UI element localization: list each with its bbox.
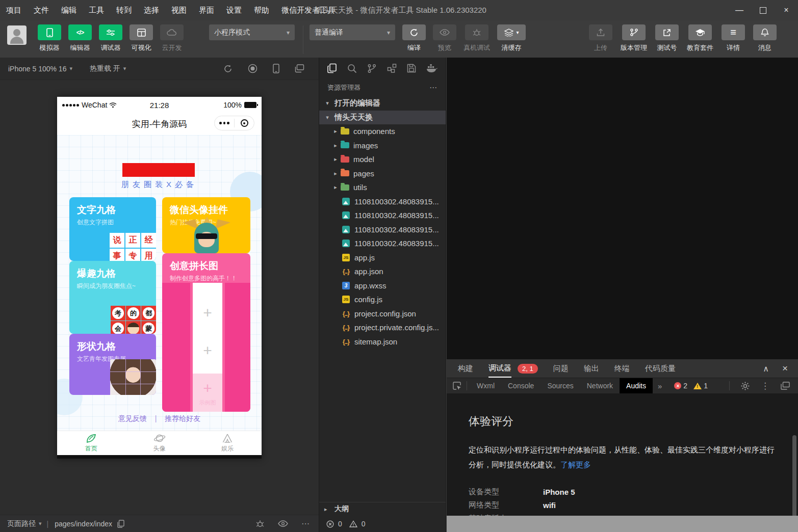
test-account-button[interactable]: 测试号 <box>655 24 679 52</box>
compile-button[interactable]: 编译 <box>402 24 426 52</box>
tree-file-configjs[interactable]: config.js <box>319 292 446 307</box>
tab-avatar[interactable]: 头像 <box>125 431 194 455</box>
feedback-link[interactable]: 意见反馈 <box>118 414 147 422</box>
more-tabs-icon[interactable]: » <box>653 382 667 390</box>
devtools-tab-network[interactable]: Network <box>580 378 620 394</box>
console-counts[interactable]: × 2 1 <box>674 382 712 390</box>
tree-file-appjson[interactable]: app.json <box>319 264 446 279</box>
more-menu-button[interactable] <box>215 116 234 130</box>
tree-folder-components[interactable]: ▸ components <box>319 124 446 139</box>
tab-code-quality[interactable]: 代码质量 <box>645 360 676 377</box>
simulator-toggle[interactable]: 模拟器 <box>38 24 61 52</box>
menu-select[interactable]: 选择 <box>138 0 165 20</box>
tab-output[interactable]: 输出 <box>584 360 599 377</box>
devtools-tab-console[interactable]: Console <box>501 378 540 394</box>
hot-reload-select[interactable]: 热重载 开 ▾ <box>90 64 126 73</box>
menu-file[interactable]: 文件 <box>28 0 55 20</box>
tree-file-appjs[interactable]: app.js <box>319 251 446 265</box>
git-branch-icon[interactable] <box>367 64 376 73</box>
rotate-icon[interactable] <box>223 64 233 73</box>
ad-banner[interactable] <box>122 163 195 177</box>
device-select[interactable]: iPhone 5 100% 16 ▾ <box>8 65 72 73</box>
page-path-label[interactable]: 页面路径 <box>7 519 36 528</box>
plus-icon: + <box>203 381 212 396</box>
tree-folder-pages[interactable]: ▸ pages <box>319 167 446 181</box>
docker-whale-icon[interactable] <box>426 64 437 73</box>
tree-file-appwxss[interactable]: app.wxss <box>319 279 446 293</box>
eye-icon[interactable] <box>278 520 288 527</box>
tab-build[interactable]: 构建 <box>458 360 473 377</box>
card-fun-grid[interactable]: 爆趣九格 瞬间成为朋友圈焦点~ 考 的 都 会 蒙 <box>69 261 156 334</box>
collapse-icon[interactable]: ∧ <box>763 364 769 374</box>
card-long-image[interactable]: 创意拼长图 制作创意多图的高手！！ + + + 示例图 <box>162 253 250 412</box>
edu-suite-button[interactable]: 教育套件 <box>687 24 713 52</box>
inspect-element-icon[interactable] <box>447 382 467 390</box>
save-icon[interactable] <box>407 64 416 73</box>
more-icon[interactable]: ⋯ <box>301 519 310 528</box>
undock-icon[interactable] <box>781 382 790 390</box>
tree-file-image[interactable]: 1108100302.48083915... <box>319 195 446 209</box>
tree-file-image[interactable]: 1108100302.48083915... <box>319 223 446 237</box>
horizontal-scrollbar[interactable] <box>447 516 798 532</box>
multi-window-icon[interactable] <box>295 64 304 73</box>
card-text-grid[interactable]: 文字九格 创意文字拼图 说 正 经 事 专 用 <box>69 197 156 261</box>
menu-help[interactable]: 帮助 <box>248 0 275 20</box>
menu-edit[interactable]: 编辑 <box>55 0 83 20</box>
files-icon[interactable] <box>327 63 337 73</box>
card-avatar-pendant[interactable]: 微信头像挂件 热门挂件免费用~ <box>162 197 250 253</box>
devtools-tab-audits[interactable]: Audits <box>620 378 653 394</box>
close-panel-icon[interactable]: × <box>782 363 788 374</box>
tree-folder-model[interactable]: ▸ model <box>319 152 446 167</box>
tab-terminal[interactable]: 终端 <box>614 360 630 377</box>
tree-file-projectconfig[interactable]: project.config.json <box>319 307 446 321</box>
details-button[interactable]: ≡ 详情 <box>722 24 745 52</box>
copy-icon[interactable] <box>117 520 124 528</box>
tab-home[interactable]: 首页 <box>57 431 125 455</box>
devtools-tab-sources[interactable]: Sources <box>540 378 580 394</box>
menu-interface[interactable]: 界面 <box>193 0 220 20</box>
menu-tools[interactable]: 工具 <box>83 0 110 20</box>
tree-folder-images[interactable]: ▸ images <box>319 139 446 153</box>
version-control-button[interactable]: 版本管理 <box>621 24 647 52</box>
maximize-button[interactable] <box>751 0 775 20</box>
bug-icon[interactable] <box>255 520 265 528</box>
tab-fun[interactable]: 娱乐 <box>193 431 262 455</box>
tab-problems[interactable]: 问题 <box>553 360 569 377</box>
compile-mode-select[interactable]: 普通编译 ▾ <box>310 24 395 40</box>
menu-project[interactable]: 项目 <box>0 0 28 20</box>
more-icon[interactable]: ⋯ <box>429 83 437 92</box>
devtools-tab-wxml[interactable]: Wxml <box>470 378 501 394</box>
record-stop-icon[interactable] <box>248 64 258 73</box>
extensions-icon[interactable] <box>387 64 397 73</box>
menu-view[interactable]: 视图 <box>165 0 193 20</box>
visualizer-toggle[interactable]: 可视化 <box>130 24 153 52</box>
phone-frame-icon[interactable] <box>273 64 279 73</box>
debugger-toggle[interactable]: 调试器 <box>99 24 122 52</box>
recommend-link[interactable]: 推荐给好友 <box>165 414 200 422</box>
tab-debugger[interactable]: 调试器 <box>488 359 511 378</box>
avatar[interactable] <box>7 25 27 45</box>
tree-file-projectprivateconfig[interactable]: project.private.config.js... <box>319 321 446 335</box>
tree-project-root[interactable]: ▾ 情头天天换 <box>319 111 446 125</box>
close-button[interactable]: × <box>775 0 798 20</box>
gear-icon[interactable] <box>741 382 750 390</box>
tree-file-image[interactable]: 1108100302.48083915... <box>319 236 446 251</box>
editor-toggle[interactable]: </> 编辑器 <box>68 24 92 52</box>
tree-file-sitemap[interactable]: sitemap.json <box>319 335 446 349</box>
kebab-menu-icon[interactable]: ⋮ <box>761 381 769 391</box>
tree-open-editors[interactable]: ▾ 打开的编辑器 <box>319 96 446 111</box>
mode-select[interactable]: 小程序模式 ▾ <box>209 24 295 40</box>
tree-folder-utils[interactable]: ▸ utils <box>319 180 446 195</box>
messages-button[interactable]: 消息 <box>753 24 777 52</box>
menu-settings[interactable]: 设置 <box>220 0 248 20</box>
learn-more-link[interactable]: 了解更多 <box>560 460 591 469</box>
menu-goto[interactable]: 转到 <box>110 0 138 20</box>
card-shape-grid[interactable]: 形状九格 文艺青年发图专属 <box>69 334 156 395</box>
vertical-scrollbar[interactable] <box>792 435 796 516</box>
tree-file-image[interactable]: 1108100302.48083915... <box>319 208 446 223</box>
close-miniprogram-button[interactable] <box>235 116 254 130</box>
clear-cache-button[interactable]: ▾ 清缓存 <box>497 24 526 52</box>
search-icon[interactable] <box>347 64 357 73</box>
minimize-button[interactable]: — <box>728 0 751 20</box>
outline-section[interactable]: ▸ 大纲 <box>319 502 446 516</box>
